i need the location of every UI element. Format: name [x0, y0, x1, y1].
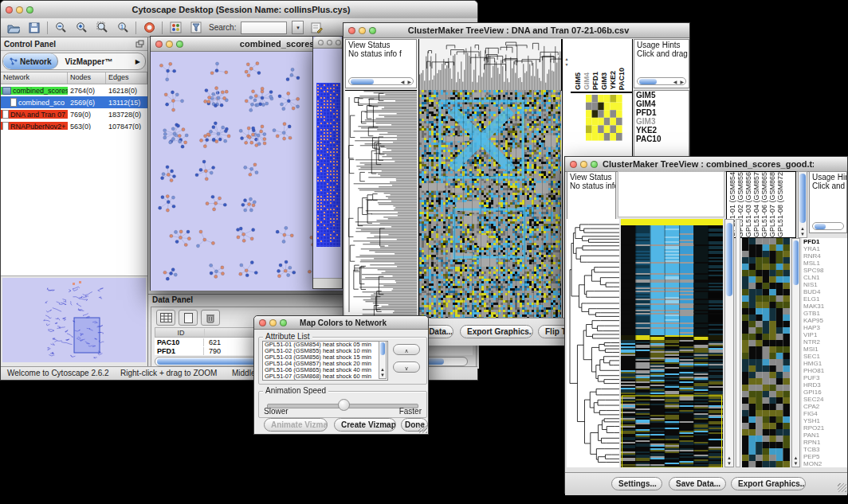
vizmapper-button[interactable] — [167, 21, 183, 35]
panel-scrollbar[interactable] — [812, 222, 844, 230]
zoom-out-button[interactable] — [53, 21, 69, 35]
gene-list-item[interactable]: PEP5 — [802, 453, 847, 460]
scroll-up-icon[interactable]: ▲ — [800, 226, 805, 232]
animate-vizmap-button[interactable]: Animate Vizmap — [264, 418, 328, 432]
row-dendrogram-canvas[interactable] — [345, 90, 417, 318]
minimize-icon[interactable] — [269, 319, 277, 326]
gene-list-item[interactable]: PFD1 — [634, 108, 689, 117]
splitter-strip[interactable] — [736, 219, 740, 467]
tab-network[interactable]: Network — [3, 53, 58, 69]
gene-list-item[interactable]: NIS1 — [802, 281, 847, 288]
gene-list-item[interactable]: PFD1 — [802, 238, 847, 245]
close-icon[interactable] — [259, 319, 266, 326]
treeview2-titlebar[interactable]: ClusterMaker TreeView : combined_scores_… — [565, 157, 847, 172]
gene-list-item[interactable]: CPA2 — [802, 403, 847, 410]
float-panel-icon[interactable] — [135, 40, 144, 48]
gene-list-item[interactable]: FIG4 — [802, 410, 847, 417]
gene-list-item[interactable]: VIP1 — [802, 331, 847, 338]
zoom-heatmap-canvas[interactable] — [742, 238, 790, 467]
gene-list-item[interactable]: MSI1 — [802, 346, 847, 353]
table-row[interactable]: DNA and Tran 07 769(0) 183728(0) — [1, 108, 147, 120]
panel-scrollbar[interactable]: ◀▶ — [637, 77, 686, 85]
tab-overflow-icon[interactable]: ▶ — [131, 58, 145, 65]
similarity-matrix-canvas[interactable] — [586, 95, 622, 141]
gene-list-item[interactable]: ELG1 — [802, 295, 847, 303]
scroll-up-icon[interactable]: ▲ — [727, 455, 732, 461]
create-vizmap-button[interactable]: Create Vizmap — [334, 418, 396, 432]
gene-label[interactable]: GIM4 — [583, 72, 591, 90]
zoom-selected-button[interactable] — [94, 21, 110, 35]
tab-vizmapper[interactable]: VizMapper™ — [58, 53, 119, 69]
treeview-button[interactable]: Export Graphics... — [731, 477, 806, 490]
search-dropdown-button[interactable]: ▼ — [292, 21, 304, 34]
table-row[interactable]: combined_scores_ 2764(0) 16218(0) — [1, 84, 147, 96]
array-label[interactable]: GPL51-03 (GSM856) — [744, 171, 752, 237]
treeview1-titlebar[interactable]: ClusterMaker TreeView : DNA and Tran 07-… — [344, 23, 689, 38]
row-dendrogram-canvas[interactable] — [567, 219, 619, 467]
gene-label[interactable]: PFD1 — [591, 72, 599, 90]
gene-list-item[interactable]: MON2 — [802, 460, 847, 467]
treeview-button[interactable]: Settings... — [611, 477, 662, 490]
heatmap-canvas[interactable] — [418, 90, 561, 318]
gene-list-item[interactable]: HMG1 — [802, 360, 847, 367]
search-input[interactable] — [241, 21, 287, 34]
attribute-list-scrollbar[interactable]: ▲▼ — [379, 341, 387, 379]
gene-list-item[interactable]: PUF3 — [802, 374, 847, 381]
scroll-left-icon[interactable]: ◀ — [399, 79, 406, 84]
gene-list-item[interactable]: GIM5 — [634, 91, 689, 100]
scroll-down-icon[interactable]: ▼ — [380, 373, 385, 378]
gene-list-item[interactable]: MSL1 — [802, 260, 847, 267]
scroll-down-icon[interactable]: ▼ — [565, 62, 569, 67]
heatmap-vscrollbar[interactable]: ▲▼ — [724, 219, 734, 467]
scroll-right-icon[interactable]: ▶ — [406, 79, 413, 84]
resize-grip[interactable] — [838, 483, 846, 492]
snapshot-button[interactable] — [308, 21, 324, 35]
gene-list-item[interactable]: HAP3 — [802, 324, 847, 331]
gene-list-item[interactable]: SEC24 — [802, 396, 847, 403]
treeview-button[interactable]: Export Graphics... — [460, 325, 533, 338]
heatmap-canvas[interactable] — [621, 219, 723, 467]
close-icon[interactable] — [348, 27, 355, 34]
array-label[interactable]: GPL51-04 (GSM857) — [752, 171, 760, 237]
save-button[interactable] — [26, 21, 42, 35]
scroll-right-icon[interactable]: ▶ — [678, 79, 685, 84]
network-overview[interactable] — [2, 278, 146, 362]
treeview-button[interactable]: Save Data... — [669, 477, 726, 490]
new-attribute-button[interactable] — [179, 310, 198, 326]
gene-list-item[interactable]: YSH1 — [802, 417, 847, 424]
minimize-icon[interactable] — [580, 161, 587, 168]
maximize-icon[interactable] — [336, 40, 341, 45]
array-label[interactable]: GPL51-07 (GSM868) — [768, 171, 776, 237]
close-icon[interactable] — [318, 40, 324, 45]
gene-list-item[interactable]: GIM3 — [634, 117, 689, 126]
move-down-button[interactable]: ∨ — [393, 361, 420, 373]
gene-label[interactable]: PAC10 — [618, 68, 626, 90]
maximize-icon[interactable] — [176, 41, 183, 48]
column-dendrogram-canvas[interactable] — [418, 39, 562, 91]
gene-list-item[interactable]: GPI16 — [802, 389, 847, 396]
scroll-left-icon[interactable]: ◀ — [672, 79, 679, 84]
gene-label[interactable]: GIM3 — [600, 72, 608, 90]
scroll-down-icon[interactable]: ▼ — [727, 461, 732, 467]
array-label[interactable]: GPL51-08 (GSM872) — [776, 171, 784, 237]
open-file-button[interactable] — [6, 21, 22, 35]
main-titlebar[interactable]: Cytoscape Desktop (Session Name: collins… — [1, 1, 477, 19]
maximize-icon[interactable] — [369, 27, 376, 34]
gene-list-item[interactable]: SPC98 — [802, 267, 847, 274]
maximize-icon[interactable] — [591, 161, 598, 168]
labels-scrollbar[interactable]: ▲▼ — [798, 171, 807, 238]
gene-list-item[interactable]: HRD3 — [802, 381, 847, 389]
gene-list-scrollbar[interactable]: ▲▼ — [791, 238, 800, 467]
close-icon[interactable] — [155, 41, 163, 48]
gene-list-item[interactable]: PHO81 — [802, 367, 847, 374]
maximize-icon[interactable] — [26, 6, 33, 14]
dialog-titlebar[interactable]: Map Colors to Network — [254, 316, 428, 330]
minimize-icon[interactable] — [166, 41, 173, 48]
gene-list-item[interactable]: MAK31 — [802, 303, 847, 310]
gene-list-item[interactable]: YKE2 — [634, 126, 689, 135]
zoom-fit-button[interactable]: 1 — [115, 21, 131, 35]
scroll-up-icon[interactable]: ▲ — [794, 455, 799, 461]
maximize-icon[interactable] — [280, 319, 287, 326]
attribute-item[interactable]: GPL51-07 (GSM868) heat shock 60 min — [263, 373, 387, 380]
gene-list-item[interactable]: KAP95 — [802, 317, 847, 324]
